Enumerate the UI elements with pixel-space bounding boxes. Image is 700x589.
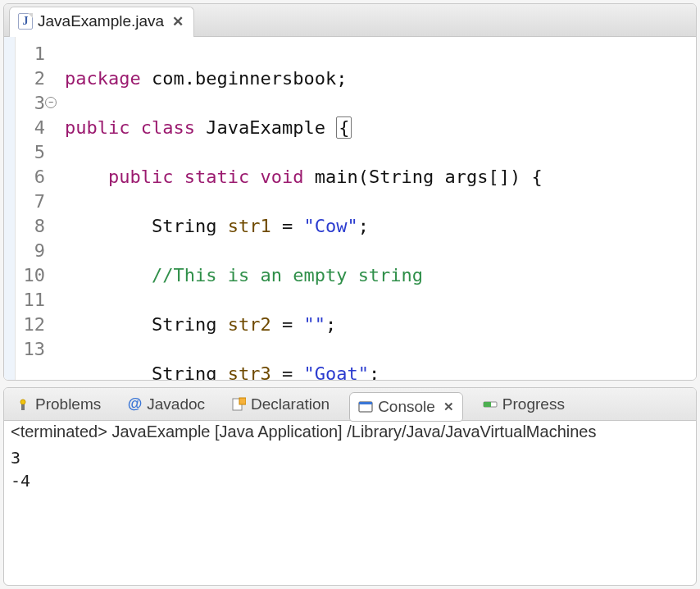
- tab-label: Declaration: [251, 395, 330, 413]
- string-literal: "": [303, 314, 325, 335]
- variable: str3: [228, 363, 271, 380]
- method-name: main: [303, 167, 357, 187]
- class-name: JavaExample: [195, 117, 336, 138]
- bottom-tab-strip: Problems @ Javadoc Declaration Console ✕…: [4, 388, 696, 421]
- editor-tab-javaexample[interactable]: J JavaExample.java ✕: [9, 7, 194, 37]
- code-text: com.beginnersbook;: [141, 68, 348, 89]
- svg-point-0: [20, 400, 25, 404]
- editor-tab-filename: JavaExample.java: [38, 12, 164, 30]
- tab-problems[interactable]: Problems: [9, 392, 107, 417]
- tab-label: Progress: [502, 395, 565, 413]
- close-icon[interactable]: ✕: [172, 13, 184, 30]
- variable: str2: [228, 314, 271, 335]
- svg-rect-3: [239, 398, 246, 404]
- brace: {: [336, 116, 352, 139]
- keyword: package: [65, 68, 141, 89]
- line-number-gutter: 1 2 3− 4 5 6 7 8 9 10 11 12 13: [16, 37, 52, 380]
- comment: //This is an empty string: [152, 265, 423, 285]
- marker-strip: [4, 37, 16, 380]
- bottom-panel: Problems @ Javadoc Declaration Console ✕…: [3, 387, 697, 586]
- console-line: 3: [11, 448, 20, 468]
- console-output[interactable]: 3 -4: [4, 443, 696, 585]
- fold-toggle-icon[interactable]: −: [45, 97, 57, 108]
- string-literal: "Goat": [303, 363, 368, 380]
- type: String: [152, 363, 228, 380]
- tab-label: Javadoc: [147, 395, 205, 413]
- keyword: public class: [65, 117, 195, 138]
- type: String: [152, 314, 228, 335]
- keyword: public static void: [108, 167, 303, 187]
- tab-javadoc[interactable]: @ Javadoc: [120, 392, 211, 417]
- close-icon[interactable]: ✕: [443, 400, 454, 414]
- tab-console[interactable]: Console ✕: [349, 392, 463, 422]
- editor-tab-strip: J JavaExample.java ✕: [4, 4, 696, 37]
- declaration-icon: [231, 397, 246, 412]
- console-line: -4: [11, 471, 30, 491]
- editor-panel: J JavaExample.java ✕ 1 2 3− 4 5 6 7 8 9 …: [3, 3, 697, 381]
- java-file-icon: J: [18, 13, 33, 30]
- code-text: (String args[]) {: [358, 167, 543, 187]
- code-content[interactable]: package com.beginnersbook; public class …: [52, 37, 696, 380]
- progress-icon: [483, 397, 498, 412]
- javadoc-icon: @: [127, 397, 142, 412]
- tab-label: Problems: [35, 395, 101, 413]
- svg-rect-7: [484, 402, 491, 407]
- tab-label: Console: [378, 398, 435, 416]
- tab-progress[interactable]: Progress: [476, 392, 571, 417]
- console-icon: [358, 400, 373, 414]
- svg-rect-5: [359, 402, 372, 404]
- problems-icon: [16, 397, 30, 412]
- variable: str1: [228, 216, 271, 236]
- string-literal: "Cow": [303, 216, 357, 236]
- tab-declaration[interactable]: Declaration: [225, 392, 336, 417]
- code-area[interactable]: 1 2 3− 4 5 6 7 8 9 10 11 12 13 package c…: [4, 37, 696, 380]
- type: String: [152, 216, 228, 236]
- console-header: <terminated> JavaExample [Java Applicati…: [4, 421, 696, 443]
- svg-rect-1: [21, 404, 25, 410]
